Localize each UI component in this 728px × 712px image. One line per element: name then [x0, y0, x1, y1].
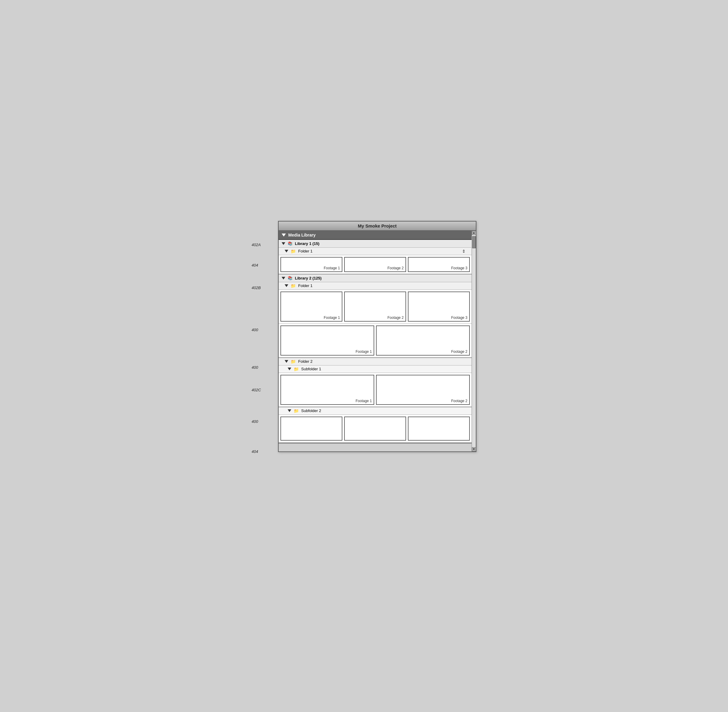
library-2-label: Library 2 (125)	[295, 276, 322, 280]
title-bar: My Smoke Project	[279, 221, 476, 231]
library-1-collapse-icon[interactable]	[282, 242, 285, 245]
library-1-label: Library 1 (15)	[295, 241, 320, 246]
library-2-folder-2-row[interactable]: 📁 Folder 2	[279, 358, 471, 365]
scrollbar-down-arrow[interactable]: ▼	[472, 447, 476, 451]
annotations-left: 402A 404 402B 400 400 402C 400 404	[252, 221, 273, 491]
lib1-folder1-footage-grid: Footage 1 Footage 2 Footage 3	[279, 255, 471, 274]
library-1-book-icon: 📚	[288, 241, 292, 246]
lib2-folder1-collapse-icon[interactable]	[285, 284, 288, 287]
footage-item[interactable]: Footage 1	[280, 375, 374, 405]
scrollbar-thumb[interactable]	[472, 236, 476, 248]
footage-item[interactable]: Footage 3	[408, 292, 470, 322]
scrollbar-track	[472, 235, 476, 447]
footage-item[interactable]: Footage 3	[408, 257, 470, 272]
footage-label: Footage 1	[356, 350, 372, 354]
footage-item[interactable]	[408, 417, 470, 441]
bottom-bar	[279, 443, 471, 451]
footage-item[interactable]	[280, 417, 343, 441]
media-library-header[interactable]: Media Library	[279, 231, 471, 240]
lib2-folder1-footage-grid-row2: Footage 1 Footage 2	[279, 324, 471, 358]
subfolder2-icon: 📁	[294, 408, 299, 413]
annotation-404-1: 404	[252, 263, 258, 267]
media-library-collapse-icon[interactable]	[282, 233, 286, 237]
subfolder1-icon: 📁	[294, 367, 299, 371]
annotation-404-2: 404	[252, 449, 258, 454]
footage-item[interactable]: Footage 1	[280, 257, 343, 272]
subfolder1-collapse-icon[interactable]	[288, 368, 291, 370]
subfolder2-footage-grid	[279, 415, 471, 443]
footage-label: Footage 2	[387, 266, 404, 270]
library-2-folder-1-left: 📁 Folder 1	[285, 283, 313, 288]
library-2-folder-2-left: 📁 Folder 2	[285, 359, 313, 364]
content-area: Media Library 📚 Library 1 (15) 📁 Folder …	[279, 231, 471, 451]
annotation-400-3: 400	[252, 419, 258, 424]
footage-label: Footage 3	[451, 266, 467, 270]
subfolder2-label: Subfolder 2	[301, 408, 321, 413]
subfolder1-label: Subfolder 1	[301, 367, 321, 371]
footage-item[interactable]	[344, 417, 406, 441]
footage-label: Footage 2	[451, 350, 467, 354]
outer-wrapper: 402A 404 402B 400 400 402C 400 404 My Sm…	[246, 215, 482, 497]
library-1-row[interactable]: 📚 Library 1 (15)	[279, 240, 471, 248]
lib2-folder1-footage-grid-row1: Footage 1 Footage 2 Footage 3	[279, 290, 471, 324]
scrollbar-up-arrow[interactable]: ▲	[472, 231, 476, 235]
footage-label: Footage 2	[451, 399, 467, 403]
app-window: My Smoke Project Media Library 📚 Library…	[278, 221, 476, 452]
footage-item[interactable]: Footage 2	[344, 257, 406, 272]
media-library-title: Media Library	[288, 233, 316, 237]
annotation-402C: 402C	[252, 388, 261, 392]
library-2-folder-1-row[interactable]: 📁 Folder 1	[279, 282, 471, 290]
lib2-folder2-icon: 📁	[291, 359, 296, 364]
footage-item[interactable]: Footage 1	[280, 292, 343, 322]
library-1-folder-1-left: 📁 Folder 1	[285, 249, 313, 254]
lib1-folder1-icon: 📁	[291, 249, 296, 254]
subfolder1-footage-grid: Footage 1 Footage 2	[279, 373, 471, 407]
library-2-row[interactable]: 📚 Library 2 (125)	[279, 274, 471, 282]
lib1-folder1-label: Folder 1	[298, 249, 313, 254]
subfolder2-collapse-icon[interactable]	[288, 409, 291, 412]
lib2-folder2-collapse-icon[interactable]	[285, 360, 288, 363]
lib2-folder1-icon: 📁	[291, 283, 296, 288]
library-2-folder-2-subfolder-2-row[interactable]: 📁 Subfolder 2	[279, 407, 471, 415]
annotation-402B: 402B	[252, 286, 261, 290]
footage-label: Footage 1	[356, 399, 372, 403]
annotation-400-2: 400	[252, 365, 258, 370]
footage-item[interactable]: Footage 2	[376, 375, 470, 405]
footage-label: Footage 3	[451, 316, 467, 320]
library-1-folder-1-row[interactable]: 📁 Folder 1 ⇕	[279, 248, 471, 255]
scrollable-area: Media Library 📚 Library 1 (15) 📁 Folder …	[279, 231, 476, 451]
library-2-collapse-icon[interactable]	[282, 277, 285, 279]
scrollbar[interactable]: ▲ ▼	[471, 231, 476, 451]
annotation-400-1: 400	[252, 328, 258, 332]
lib1-folder1-collapse-icon[interactable]	[285, 250, 288, 252]
library-2-folder-2-subfolder-1-row[interactable]: 📁 Subfolder 1	[279, 365, 471, 373]
lib2-folder2-label: Folder 2	[298, 359, 313, 363]
footage-label: Footage 1	[324, 316, 340, 320]
footage-label: Footage 1	[324, 266, 340, 270]
footage-item[interactable]: Footage 2	[344, 292, 406, 322]
footage-label: Footage 2	[387, 316, 404, 320]
window-title: My Smoke Project	[358, 223, 396, 228]
lib2-folder1-label: Folder 1	[298, 283, 313, 288]
annotation-402A: 402A	[252, 243, 261, 247]
footage-item[interactable]: Footage 1	[280, 325, 374, 356]
lib1-folder1-sort-icon[interactable]: ⇕	[462, 249, 466, 254]
footage-item[interactable]: Footage 2	[376, 325, 470, 356]
library-2-book-icon: 📚	[288, 276, 292, 280]
